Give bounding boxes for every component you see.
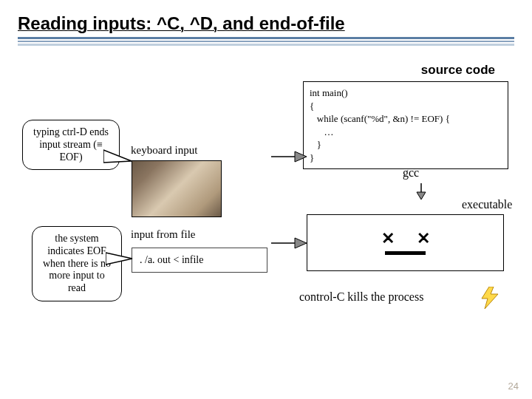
lightning-icon [480, 287, 501, 309]
source-code-label: source code [421, 63, 495, 78]
svg-marker-1 [417, 192, 426, 200]
dead-eyes: ✕✕ [381, 231, 430, 247]
svg-marker-5 [295, 238, 307, 248]
svg-marker-3 [295, 151, 307, 162]
dead-mouth [385, 251, 426, 255]
command-box: . /a. out < infile [132, 248, 267, 273]
arrow-right-keyboard-icon [271, 149, 307, 164]
control-c-label: control-C kills the process [299, 290, 423, 304]
callout-tail-icon [103, 148, 133, 170]
svg-marker-6 [482, 287, 498, 309]
source-code-box: int main() { while (scanf("%d", &n) != E… [303, 81, 508, 169]
gcc-label: gcc [403, 166, 419, 180]
arrow-right-file-icon [271, 236, 307, 250]
callout-tail-icon [106, 251, 134, 267]
arrow-down-icon [414, 183, 429, 200]
page-number: 24 [508, 381, 519, 392]
keyboard-image [132, 160, 222, 217]
executable-box-dead: ✕✕ [307, 214, 504, 271]
keyboard-input-label: keyboard input [131, 144, 197, 157]
executable-label: executable [462, 198, 512, 211]
page-title: Reading inputs: ^C, ^D, and end-of-file [18, 13, 514, 34]
title-underline-bars [18, 37, 514, 46]
input-from-file-label: input from file [131, 228, 195, 241]
